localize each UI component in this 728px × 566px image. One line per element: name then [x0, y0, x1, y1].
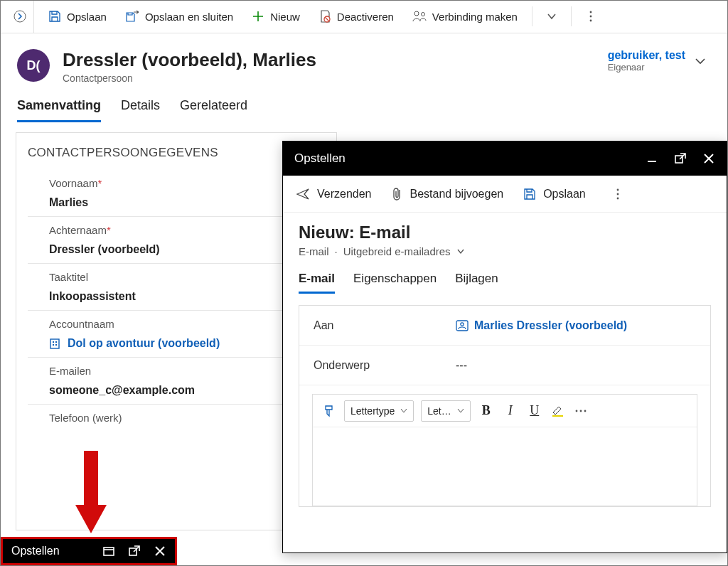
deactivate-icon: [318, 10, 331, 23]
compose-dialog: Opstellen Verzenden Bestand bijvoegen Op…: [282, 141, 727, 553]
svg-point-20: [579, 410, 582, 412]
dialog-save-button[interactable]: Opslaan: [523, 188, 586, 201]
svg-point-5: [590, 16, 592, 18]
lastname-label: Achternaam: [49, 224, 107, 236]
font-size-select[interactable]: Let…: [421, 400, 470, 422]
email-form: Aan Marlies Dressler (voorbeeld) Onderwe…: [299, 305, 711, 507]
svg-point-3: [421, 13, 424, 16]
size-label: Let…: [427, 405, 451, 417]
svg-rect-22: [104, 548, 114, 555]
svg-point-19: [575, 410, 577, 412]
connect-button[interactable]: Verbinding maken: [404, 6, 526, 27]
to-value: Marlies Dressler (voorbeeld): [474, 319, 627, 332]
italic-button[interactable]: I: [502, 403, 519, 418]
dialog-heading: Nieuw: E-mail: [299, 223, 711, 242]
dialog-command-bar: Verzenden Bestand bijvoegen Opslaan: [283, 176, 727, 213]
tab-related[interactable]: Gerelateerd: [180, 98, 247, 122]
caret-icon: [400, 407, 407, 415]
highlight-button[interactable]: [550, 404, 567, 418]
owner-name: gebruiker, test: [608, 49, 685, 62]
format-painter-icon[interactable]: [323, 404, 337, 418]
more-commands-button[interactable]: [577, 6, 604, 27]
attach-label: Bestand bijvoegen: [410, 188, 504, 201]
close-icon[interactable]: [702, 152, 715, 165]
dialog-entity: E-mail: [299, 245, 329, 257]
command-bar: Opslaan Opslaan en sluiten Nieuw Deactiv…: [0, 0, 728, 33]
svg-point-15: [616, 197, 619, 199]
kebab-icon: [586, 10, 596, 23]
new-label: Nieuw: [270, 11, 300, 23]
field-jobtitle[interactable]: Taaktitel Inkoopassistent: [28, 264, 325, 311]
field-account[interactable]: Accountnaam Dol op avontuur (voorbeeld): [28, 311, 325, 358]
send-icon: [296, 188, 310, 201]
owner-block[interactable]: gebruiker, test Eigenaar: [608, 49, 711, 73]
save-label: Opslaan: [67, 11, 107, 23]
record-header: D( Dressler (voorbeeld), Marlies Contact…: [0, 33, 728, 84]
field-firstname[interactable]: Voornaam* Marlies: [28, 170, 325, 217]
close-icon[interactable]: [154, 545, 166, 557]
popout-icon[interactable]: [128, 545, 141, 557]
to-recipient[interactable]: Marlies Dressler (voorbeeld): [456, 319, 627, 332]
caret-icon: [457, 407, 464, 415]
dialog-title: Opstellen: [294, 151, 346, 166]
separator: [571, 6, 572, 26]
svg-rect-10: [53, 344, 54, 346]
dialog-more-button[interactable]: [613, 188, 623, 201]
owner-label: Eigenaar: [608, 62, 685, 73]
popout-icon[interactable]: [674, 152, 687, 165]
minimized-title: Opstellen: [11, 545, 60, 557]
restore-icon[interactable]: [102, 545, 115, 557]
field-lastname[interactable]: Achternaam* Dressler (voorbeeld): [28, 217, 325, 264]
new-button[interactable]: Nieuw: [243, 6, 309, 27]
font-family-select[interactable]: Lettertype: [344, 400, 414, 422]
send-button[interactable]: Verzenden: [296, 188, 372, 201]
field-email[interactable]: E-mailen someone_c@example.com: [28, 358, 325, 405]
email-body-editor[interactable]: [313, 427, 697, 506]
tab-properties[interactable]: Eigenschappen: [353, 272, 437, 294]
contact-icon: [456, 319, 469, 332]
chevron-right-circle-icon: [14, 10, 26, 23]
minimized-compose-bar[interactable]: Opstellen: [1, 537, 177, 565]
svg-point-6: [590, 20, 592, 22]
svg-rect-7: [50, 339, 59, 348]
chevron-down-icon: [694, 55, 707, 68]
subject-label: Onderwerp: [314, 359, 456, 372]
subject-row[interactable]: Onderwerp ---: [299, 346, 710, 385]
overflow-chevron-button[interactable]: [538, 7, 565, 26]
svg-point-14: [616, 193, 619, 195]
field-phone[interactable]: Telefoon (werk): [28, 405, 325, 431]
svg-rect-9: [55, 341, 57, 343]
paperclip-icon: [392, 187, 403, 201]
svg-point-4: [590, 11, 592, 14]
tab-summary[interactable]: Samenvatting: [17, 98, 101, 122]
bold-button[interactable]: B: [478, 403, 495, 418]
save-close-label: Opslaan en sluiten: [145, 11, 233, 23]
highlight-icon: [550, 404, 564, 418]
font-label: Lettertype: [350, 405, 395, 417]
account-icon: [49, 337, 62, 350]
save-and-close-button[interactable]: Opslaan en sluiten: [117, 6, 242, 27]
tab-email[interactable]: E-mail: [299, 272, 335, 294]
tab-details[interactable]: Details: [121, 98, 160, 122]
dialog-formname[interactable]: Uitgebreid e-mailadres: [343, 245, 451, 257]
to-row[interactable]: Aan Marlies Dressler (voorbeeld): [299, 306, 710, 346]
dot: ·: [335, 245, 338, 257]
section-title: CONTACTPERSOONGEGEVENS: [28, 146, 325, 160]
send-label: Verzenden: [317, 188, 372, 201]
dialog-save-label: Opslaan: [543, 188, 586, 201]
connect-icon: [412, 10, 427, 23]
expand-pane-button[interactable]: [6, 0, 34, 33]
rte-more-button[interactable]: [574, 408, 592, 414]
save-icon: [523, 188, 536, 201]
deactivate-label: Deactiveren: [337, 11, 394, 23]
tab-attachments[interactable]: Bijlagen: [455, 272, 498, 294]
deactivate-button[interactable]: Deactiveren: [310, 6, 402, 27]
minimize-icon[interactable]: [646, 152, 658, 165]
svg-point-0: [14, 11, 26, 22]
ellipsis-icon: [574, 408, 587, 414]
svg-rect-11: [55, 344, 57, 346]
chevron-down-icon[interactable]: [456, 247, 465, 256]
underline-button[interactable]: U: [526, 403, 543, 418]
attach-button[interactable]: Bestand bijvoegen: [392, 187, 504, 201]
save-button[interactable]: Opslaan: [40, 6, 115, 27]
